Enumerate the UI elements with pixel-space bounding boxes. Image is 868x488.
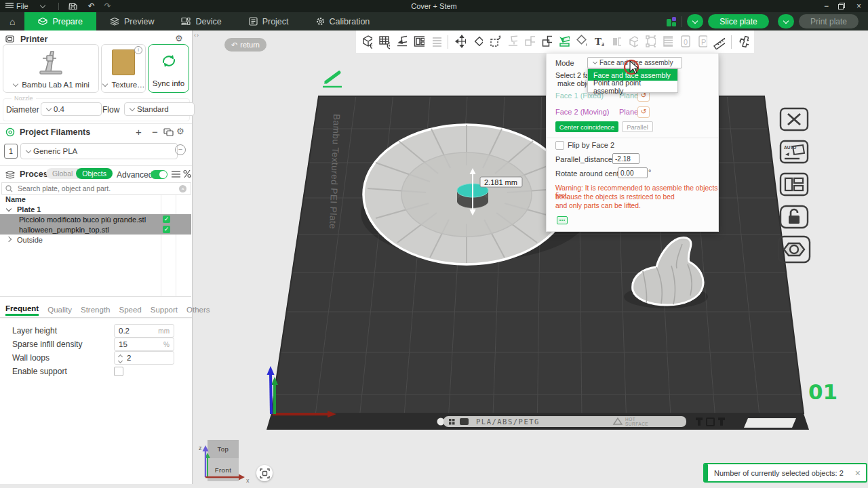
print-plate-button[interactable]: Print plate xyxy=(799,14,859,28)
close-button[interactable]: × xyxy=(856,0,861,12)
distance-input[interactable] xyxy=(612,153,639,164)
confirm-badge-icon[interactable] xyxy=(557,216,568,224)
filament-spool-icon xyxy=(5,127,15,137)
zero-tool-button-disabled[interactable]: 0 xyxy=(679,34,690,49)
filaments-title: Project Filaments xyxy=(20,127,90,137)
parallel-button[interactable]: Parallel xyxy=(622,121,653,132)
assembly-view-button[interactable] xyxy=(738,34,749,49)
object-visible-checkbox[interactable]: ✓ xyxy=(163,216,170,223)
compare-presets-icon[interactable] xyxy=(183,169,191,178)
fit-view-button[interactable] xyxy=(256,465,273,481)
seam-tool-button-disabled[interactable] xyxy=(644,34,655,49)
minimize-button[interactable]: − xyxy=(824,0,829,12)
divider xyxy=(0,123,192,124)
infill-input[interactable]: 15 % xyxy=(114,338,174,351)
remove-filament-icon[interactable]: − xyxy=(152,126,158,138)
sync-info-button[interactable]: Sync info xyxy=(148,44,189,93)
printer-section-icon xyxy=(5,35,16,44)
tree-outside-row[interactable]: Outside xyxy=(0,235,191,245)
center-coincidence-button[interactable]: Center coincidence xyxy=(555,121,618,132)
variable-layer-button-disabled[interactable] xyxy=(662,34,673,49)
return-button[interactable]: ↶ return xyxy=(224,38,267,52)
tab-speed[interactable]: Speed xyxy=(119,306,141,314)
notification-close-icon[interactable]: × xyxy=(855,468,861,479)
close-assembly-button[interactable] xyxy=(777,106,811,133)
plate-info-icon[interactable]: i xyxy=(134,46,142,54)
viewport-3d-scene[interactable]: Bambu Textured PEI Plate xyxy=(192,30,868,488)
home-icon[interactable]: ⌂ xyxy=(0,16,24,27)
object-visible-checkbox[interactable]: ✓ xyxy=(163,226,170,233)
enable-support-checkbox[interactable] xyxy=(114,367,123,376)
rotate-tool-button[interactable] xyxy=(472,34,483,49)
search-input[interactable] xyxy=(16,184,179,193)
measure-tool-button[interactable] xyxy=(713,34,724,49)
tab-support[interactable]: Support xyxy=(151,306,178,314)
printer-settings-gear-icon[interactable]: ⚙ xyxy=(175,33,183,43)
assembly-hexagon-button[interactable] xyxy=(777,236,811,263)
scale-tool-button[interactable] xyxy=(489,34,500,49)
text-tool-button[interactable]: Ta xyxy=(593,34,604,49)
flip-checkbox[interactable] xyxy=(555,141,564,150)
plate-number[interactable]: 01 xyxy=(808,380,837,404)
tab-prepare[interactable]: Prepare xyxy=(24,12,96,30)
wall-loops-stepper[interactable]: 2 xyxy=(114,351,174,365)
mode-select[interactable]: Face and face assembly xyxy=(587,57,682,68)
move-tool-button[interactable] xyxy=(454,34,465,49)
collapse-sidebar-handle[interactable]: ‹› xyxy=(194,32,199,39)
slice-options-chevron[interactable] xyxy=(687,14,703,28)
add-plate-button[interactable] xyxy=(378,34,389,49)
color-change-button-disabled[interactable] xyxy=(610,34,621,49)
filament-settings-gear-icon[interactable]: ⚙ xyxy=(176,126,184,136)
rotate-input[interactable] xyxy=(618,167,648,178)
assemble-tool-button-active[interactable] xyxy=(558,34,569,49)
scope-objects-button[interactable]: Objects xyxy=(76,168,113,179)
split-parts-button[interactable] xyxy=(541,34,552,49)
tab-project[interactable]: Project xyxy=(235,12,302,30)
add-object-button[interactable] xyxy=(361,34,372,49)
flow-select[interactable]: Standard xyxy=(124,102,195,116)
printer-model-select[interactable]: Bambu Lab A1 mini xyxy=(3,81,98,89)
printer-model-card[interactable]: Bambu Lab A1 mini xyxy=(3,44,99,93)
tab-strength[interactable]: Strength xyxy=(81,306,110,314)
advanced-toggle[interactable] xyxy=(151,170,167,179)
arrange-side-button[interactable] xyxy=(777,171,811,198)
printer-model-label: Bambu Lab A1 mini xyxy=(22,81,90,89)
auto-orient-side-button[interactable]: AUTO xyxy=(777,138,811,165)
plate-type-card[interactable]: i Texture… xyxy=(101,44,146,93)
tab-device[interactable]: Device xyxy=(167,12,235,30)
slice-plate-button[interactable]: Slice plate xyxy=(708,14,769,28)
filament-sync-icon[interactable] xyxy=(163,127,174,136)
auto-arrange-button[interactable] xyxy=(413,34,424,49)
scope-global-button[interactable]: Global xyxy=(46,168,79,179)
tree-item-row-selected[interactable]: halloween_pumpkin_top.stl ✓ xyxy=(0,224,191,235)
tab-calibration[interactable]: Calibration xyxy=(302,12,384,30)
delete-filament-icon[interactable]: − xyxy=(175,144,186,155)
mesh-edit-button-disabled[interactable] xyxy=(627,34,638,49)
clear-search-icon[interactable]: × xyxy=(179,185,186,192)
tree-plate-row[interactable]: Plate 1 xyxy=(0,204,191,214)
printer-farm-icon[interactable] xyxy=(666,16,677,27)
tab-frequent[interactable]: Frequent xyxy=(5,304,39,316)
lock-button[interactable] xyxy=(777,203,811,230)
tab-quality[interactable]: Quality xyxy=(47,306,72,314)
tree-item-row-selected[interactable]: Picciolo modificato buco più grande.stl … xyxy=(0,214,191,224)
diameter-select[interactable]: 0.4 xyxy=(41,102,102,116)
view-list-icon[interactable] xyxy=(172,170,180,178)
print-options-chevron[interactable] xyxy=(778,14,794,28)
add-filament-icon[interactable]: + xyxy=(136,126,142,138)
plate-type-select[interactable]: Texture… xyxy=(102,81,145,89)
dropdown-option-point[interactable]: Point and point assembly xyxy=(588,81,677,92)
split-objects-button-disabled[interactable] xyxy=(524,34,534,49)
object-list-button-disabled[interactable] xyxy=(431,34,441,49)
layer-height-input[interactable]: 0.2 mm xyxy=(114,324,174,338)
maximize-button[interactable] xyxy=(838,3,845,9)
tab-preview[interactable]: Preview xyxy=(96,12,167,30)
face2-reset-button[interactable]: ↺ xyxy=(637,106,650,118)
auto-orient-button[interactable] xyxy=(396,34,407,49)
lay-flat-button-disabled[interactable] xyxy=(507,34,517,49)
stepper-arrows-icon[interactable] xyxy=(119,354,122,363)
p-tool-button-disabled[interactable]: P xyxy=(696,34,707,49)
filament-select[interactable]: Generic PLA xyxy=(20,143,178,159)
flow-value: Standard xyxy=(137,105,169,113)
paint-tool-button[interactable] xyxy=(576,34,587,49)
